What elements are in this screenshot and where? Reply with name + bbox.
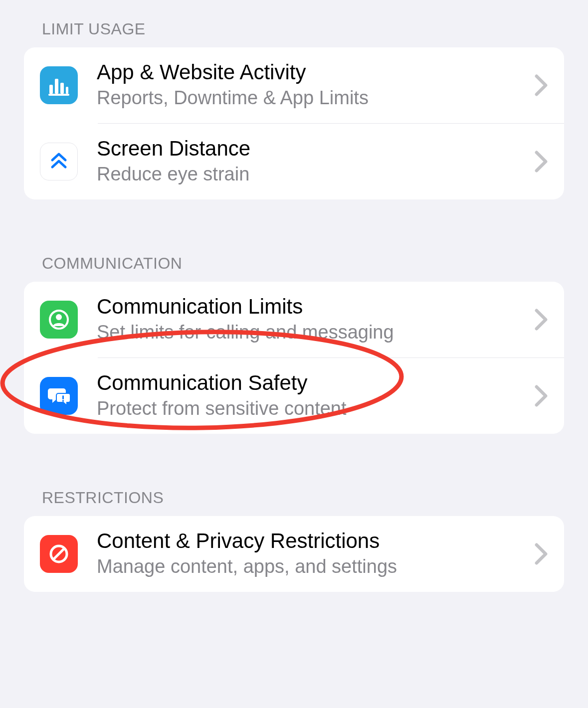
- section-restrictions: RESTRICTIONS Content & Privacy Restricti…: [0, 489, 588, 592]
- row-subtitle: Reduce eye strain: [97, 163, 526, 186]
- row-text: App & Website Activity Reports, Downtime…: [97, 60, 526, 110]
- svg-rect-2: [60, 83, 64, 94]
- prohibit-icon: [40, 535, 78, 573]
- person-circle-icon: [40, 301, 78, 339]
- svg-rect-7: [62, 395, 64, 399]
- section-group-restrictions: Content & Privacy Restrictions Manage co…: [24, 516, 564, 592]
- section-communication: COMMUNICATION Communication Limits Set l…: [0, 254, 588, 434]
- row-title: Communication Limits: [97, 295, 526, 319]
- svg-rect-1: [55, 79, 58, 94]
- row-subtitle: Protect from sensitive content: [97, 397, 526, 421]
- svg-point-8: [62, 400, 64, 402]
- settings-page: LIMIT USAGE App & Website Activity Repor…: [0, 0, 588, 592]
- row-text: Content & Privacy Restrictions Manage co…: [97, 529, 526, 579]
- chevron-right-icon: [534, 151, 548, 173]
- row-title: Communication Safety: [97, 371, 526, 395]
- chevrons-up-icon: [40, 143, 78, 180]
- chevron-right-icon: [534, 543, 548, 565]
- row-communication-safety[interactable]: Communication Safety Protect from sensit…: [24, 358, 564, 434]
- chat-alert-icon: [40, 377, 78, 415]
- row-text: Communication Safety Protect from sensit…: [97, 371, 526, 421]
- row-text: Screen Distance Reduce eye strain: [97, 137, 526, 186]
- row-title: Content & Privacy Restrictions: [97, 529, 526, 553]
- section-limit-usage: LIMIT USAGE App & Website Activity Repor…: [0, 20, 588, 199]
- row-title: Screen Distance: [97, 137, 526, 161]
- row-app-website-activity[interactable]: App & Website Activity Reports, Downtime…: [24, 47, 564, 123]
- row-subtitle: Set limits for calling and messaging: [97, 321, 526, 345]
- chevron-right-icon: [534, 385, 548, 407]
- row-screen-distance[interactable]: Screen Distance Reduce eye strain: [24, 124, 564, 199]
- svg-rect-0: [49, 85, 53, 94]
- chevron-right-icon: [534, 74, 548, 96]
- section-header-limit-usage: LIMIT USAGE: [0, 20, 588, 47]
- row-content-privacy-restrictions[interactable]: Content & Privacy Restrictions Manage co…: [24, 516, 564, 592]
- section-header-restrictions: RESTRICTIONS: [0, 489, 588, 516]
- chevron-right-icon: [534, 309, 548, 331]
- svg-point-6: [56, 314, 62, 320]
- svg-line-11: [53, 548, 64, 559]
- row-communication-limits[interactable]: Communication Limits Set limits for call…: [24, 282, 564, 357]
- svg-rect-3: [66, 87, 68, 94]
- row-title: App & Website Activity: [97, 60, 526, 84]
- row-subtitle: Reports, Downtime & App Limits: [97, 86, 526, 110]
- section-group-communication: Communication Limits Set limits for call…: [24, 282, 564, 434]
- row-subtitle: Manage content, apps, and settings: [97, 555, 526, 579]
- bar-chart-icon: [40, 66, 78, 104]
- section-group-limit-usage: App & Website Activity Reports, Downtime…: [24, 47, 564, 199]
- svg-rect-4: [48, 94, 69, 96]
- row-text: Communication Limits Set limits for call…: [97, 295, 526, 345]
- section-header-communication: COMMUNICATION: [0, 254, 588, 282]
